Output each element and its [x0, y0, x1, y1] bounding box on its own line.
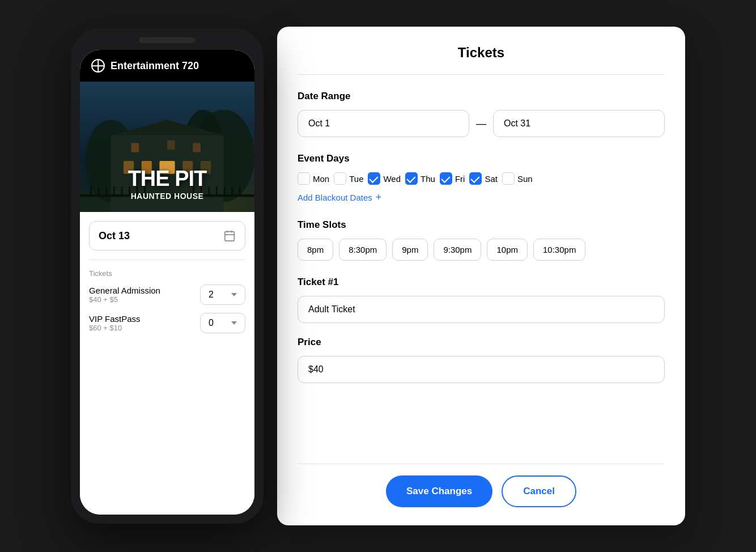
- add-blackout-button[interactable]: Add Blackout Dates +: [298, 192, 665, 203]
- calendar-icon: [223, 230, 236, 242]
- time-slots-label: Time Slots: [298, 219, 665, 231]
- panel-footer: Save Changes Cancel: [298, 464, 665, 507]
- phone-mockup: Entertainment 720: [71, 28, 264, 524]
- day-item-tue: Tue: [334, 172, 363, 185]
- phone-header: Entertainment 720: [80, 50, 254, 82]
- days-row: MonTueWedThuFriSatSun: [298, 172, 665, 185]
- app-name: Entertainment 720: [111, 60, 199, 72]
- svg-rect-16: [105, 186, 107, 197]
- day-checkbox-mon[interactable]: [298, 172, 310, 185]
- day-checkbox-thu[interactable]: [405, 172, 418, 185]
- globe-icon: [91, 59, 105, 73]
- time-slot-10pm[interactable]: 10pm: [487, 239, 528, 261]
- day-label-thu: Thu: [421, 174, 435, 184]
- svg-rect-25: [216, 186, 218, 197]
- date-dash: —: [476, 118, 486, 130]
- svg-rect-11: [167, 141, 175, 150]
- day-item-fri: Fri: [440, 172, 465, 185]
- day-checkbox-fri[interactable]: [440, 172, 452, 185]
- day-label-wed: Wed: [383, 174, 401, 184]
- chevron-down-icon-1: [231, 293, 237, 296]
- svg-rect-15: [98, 186, 100, 197]
- day-item-wed: Wed: [368, 172, 401, 185]
- tickets-label: Tickets: [89, 269, 245, 278]
- svg-rect-27: [231, 186, 233, 197]
- svg-rect-14: [90, 186, 92, 197]
- svg-rect-29: [225, 232, 235, 241]
- time-slots-row: 8pm8:30pm9pm9:30pm10pm10:30pm: [298, 239, 665, 261]
- hero-title: THE PIT Haunted House: [128, 168, 207, 201]
- day-label-mon: Mon: [313, 174, 329, 184]
- ticket-price-1: $40 + $5: [89, 295, 160, 304]
- panel-title: Tickets: [298, 45, 665, 61]
- panel-divider: [298, 74, 665, 75]
- event-subtitle: Haunted House: [128, 192, 207, 201]
- date-picker-field[interactable]: Oct 13: [89, 221, 245, 250]
- time-slot-9pm[interactable]: 9pm: [392, 239, 428, 261]
- ticket-stepper-2[interactable]: 0: [200, 313, 245, 333]
- cancel-button[interactable]: Cancel: [502, 475, 576, 507]
- day-label-tue: Tue: [349, 174, 363, 184]
- time-slot-8-30pm[interactable]: 8:30pm: [339, 239, 387, 261]
- ticket-qty-2: 0: [209, 318, 214, 328]
- svg-rect-10: [131, 143, 139, 152]
- day-checkbox-wed[interactable]: [368, 172, 380, 185]
- event-days-label: Event Days: [298, 153, 665, 164]
- date-start-input[interactable]: [298, 110, 469, 137]
- day-item-thu: Thu: [405, 172, 435, 185]
- phone-inner: Entertainment 720: [80, 50, 254, 515]
- add-blackout-label: Add Blackout Dates: [298, 193, 372, 202]
- ticket-row-1: General Admission $40 + $5 2: [89, 285, 245, 305]
- day-label-sun: Sun: [517, 174, 533, 184]
- svg-rect-18: [121, 186, 122, 197]
- date-range-row: —: [298, 110, 665, 137]
- day-item-sun: Sun: [502, 172, 533, 185]
- time-slot-10-30pm[interactable]: 10:30pm: [533, 239, 585, 261]
- day-checkbox-sat[interactable]: [469, 172, 482, 185]
- tickets-panel: Tickets Date Range — Event Days MonTueWe…: [277, 27, 685, 525]
- svg-rect-12: [193, 143, 201, 152]
- chevron-down-icon-2: [231, 321, 237, 325]
- layout: Entertainment 720: [0, 4, 756, 548]
- day-label-fri: Fri: [455, 174, 465, 184]
- ticket-qty-1: 2: [209, 290, 214, 300]
- day-label-sat: Sat: [485, 174, 498, 184]
- phone-hero: THE PIT Haunted House: [80, 82, 254, 212]
- plus-icon: +: [376, 192, 382, 203]
- svg-rect-26: [224, 186, 226, 197]
- svg-rect-28: [239, 186, 241, 197]
- phone-body: Oct 13 Tickets General Admission $40 + $…: [80, 212, 254, 515]
- ticket-name-2: VIP FastPass: [89, 314, 141, 324]
- svg-rect-17: [113, 186, 115, 197]
- ticket-info-1: General Admission $40 + $5: [89, 286, 160, 304]
- price-label: Price: [298, 337, 665, 348]
- svg-rect-24: [208, 186, 210, 197]
- event-title: THE PIT: [128, 168, 207, 189]
- day-item-sat: Sat: [469, 172, 498, 185]
- divider: [89, 260, 245, 260]
- day-checkbox-sun[interactable]: [502, 172, 515, 185]
- ticket-price-2: $60 + $10: [89, 324, 141, 332]
- ticket-row-2: VIP FastPass $60 + $10 0: [89, 313, 245, 333]
- save-button[interactable]: Save Changes: [386, 475, 492, 507]
- ticket-name-input[interactable]: [298, 296, 665, 323]
- ticket-name-1: General Admission: [89, 286, 160, 295]
- phone-notch: [139, 37, 196, 43]
- selected-date: Oct 13: [99, 230, 130, 242]
- date-range-label: Date Range: [298, 91, 665, 102]
- ticket-info-2: VIP FastPass $60 + $10: [89, 314, 141, 332]
- day-checkbox-tue[interactable]: [334, 172, 346, 185]
- ticket-section-label: Ticket #1: [298, 277, 665, 288]
- date-end-input[interactable]: [493, 110, 665, 137]
- time-slot-9-30pm[interactable]: 9:30pm: [434, 239, 481, 261]
- time-slot-8pm[interactable]: 8pm: [298, 239, 333, 261]
- day-item-mon: Mon: [298, 172, 329, 185]
- ticket-stepper-1[interactable]: 2: [200, 285, 245, 305]
- price-input[interactable]: [298, 356, 665, 383]
